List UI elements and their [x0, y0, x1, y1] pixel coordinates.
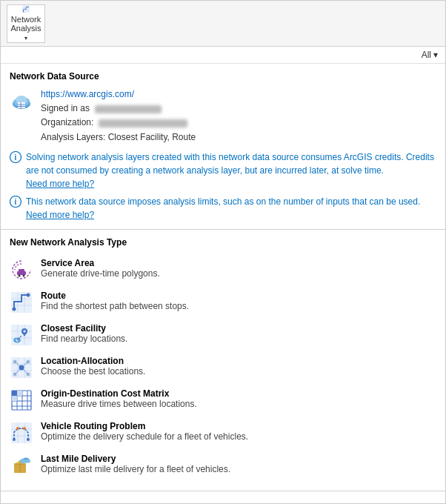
svg-point-74	[23, 427, 26, 430]
arcgis-cloud-icon	[10, 89, 33, 113]
analysis-icon-route	[10, 291, 33, 314]
analysis-icon-service-area	[10, 258, 33, 282]
analysis-desc-closest-facility: Find nearby locations.	[41, 334, 127, 344]
analysis-item-od-matrix[interactable]: Origin-Destination Cost Matrix Measure d…	[10, 384, 436, 417]
analysis-desc-vrp: Optimize the delivery schedule for a fle…	[41, 431, 248, 442]
svg-rect-21	[19, 269, 24, 272]
analysis-desc-last-mile: Optimize last mile delivery for a fleet …	[41, 464, 230, 474]
svg-text:i: i	[15, 153, 17, 162]
svg-point-72	[13, 438, 16, 441]
svg-rect-31	[11, 325, 32, 345]
svg-point-6	[27, 6, 29, 7]
svg-rect-66	[12, 396, 17, 401]
main-content: Network Data Source https://www.arcgis.c…	[1, 64, 445, 491]
analysis-text-service-area: Service Area Generate drive-time polygon…	[41, 258, 160, 279]
svg-point-22	[19, 274, 21, 276]
analysis-item-closest-facility[interactable]: Closest Facility Find nearby locations.	[10, 319, 436, 351]
network-analysis-button[interactable]: Network Analysis ▾	[7, 4, 45, 43]
svg-point-82	[26, 459, 30, 462]
svg-rect-12	[18, 102, 25, 108]
analysis-items-container: Service Area Generate drive-time polygon…	[10, 253, 436, 482]
analysis-title-route: Route	[41, 291, 189, 301]
analysis-icon-location-allocation	[10, 356, 33, 379]
nds-url[interactable]: https://www.arcgis.com/	[41, 89, 134, 99]
info-text-2: This network data source imposes analysi…	[26, 195, 420, 220]
nds-details: https://www.arcgis.com/ Signed in as Org…	[41, 87, 196, 145]
info-box-2: i This network data source imposes analy…	[10, 195, 436, 220]
signed-in-value-blurred	[95, 105, 162, 113]
info-icon-2: i	[10, 196, 21, 208]
analysis-item-vrp[interactable]: Vehicle Routing Problem Optimize the del…	[10, 417, 436, 449]
toolbar-left: Network Analysis ▾	[7, 4, 45, 43]
analysis-title-service-area: Service Area	[41, 258, 160, 268]
analysis-title-location-allocation: Location-Allocation	[41, 356, 145, 366]
toolbar-label: Network Analysis ▾	[11, 15, 41, 42]
filter-all-button[interactable]: All ▾	[422, 50, 438, 60]
analysis-text-last-mile: Last Mile Delivery Optimize last mile de…	[41, 454, 230, 474]
info-box-1: i Solving network analysis layers create…	[10, 150, 436, 189]
analysis-icon-vrp	[10, 421, 33, 445]
svg-point-5	[23, 10, 24, 12]
analysis-desc-route: Find the shortest path between stops.	[41, 301, 189, 311]
svg-text:i: i	[15, 198, 17, 206]
organization-value-blurred	[99, 119, 187, 127]
analysis-text-location-allocation: Location-Allocation Choose the best loca…	[41, 356, 145, 377]
analysis-desc-od-matrix: Measure drive times between locations.	[41, 399, 197, 409]
analysis-title-vrp: Vehicle Routing Problem	[41, 421, 248, 431]
analysis-text-vrp: Vehicle Routing Problem Optimize the del…	[41, 421, 248, 442]
svg-rect-65	[17, 391, 22, 396]
analysis-text-od-matrix: Origin-Destination Cost Matrix Measure d…	[41, 388, 197, 409]
new-analysis-title: New Network Analysis Type	[10, 237, 436, 248]
info2-text: This network data source imposes analysi…	[26, 196, 420, 207]
analysis-item-service-area[interactable]: Service Area Generate drive-time polygon…	[10, 253, 436, 286]
toolbar-dropdown-arrow: ▾	[24, 35, 27, 42]
analysis-item-last-mile[interactable]: Last Mile Delivery Optimize last mile de…	[10, 449, 436, 482]
analysis-title-closest-facility: Closest Facility	[41, 323, 127, 334]
svg-point-75	[27, 438, 30, 441]
analysis-text-route: Route Find the shortest path between sto…	[41, 291, 189, 311]
svg-point-7	[25, 8, 26, 9]
network-data-source-section: Network Data Source https://www.arcgis.c…	[1, 64, 445, 230]
network-analysis-icon	[16, 5, 36, 13]
filter-label: All	[422, 50, 431, 60]
analysis-item-route[interactable]: Route Find the shortest path between sto…	[10, 286, 436, 319]
analysis-title-last-mile: Last Mile Delivery	[41, 454, 230, 464]
svg-point-23	[23, 274, 25, 276]
analysis-text-closest-facility: Closest Facility Find nearby locations.	[41, 323, 127, 344]
nds-row: https://www.arcgis.com/ Signed in as Org…	[10, 87, 436, 145]
analysis-icon-last-mile	[10, 454, 33, 477]
info1-text: Solving network analysis layers created …	[26, 152, 434, 176]
svg-point-29	[13, 307, 16, 311]
svg-point-73	[16, 427, 19, 430]
svg-point-30	[27, 293, 30, 296]
analysis-title-od-matrix: Origin-Destination Cost Matrix	[41, 388, 197, 399]
analysis-layers: Analysis Layers: Closest Facility, Route	[41, 132, 196, 142]
analysis-icon-closest-facility	[10, 323, 33, 347]
filter-arrow: ▾	[433, 50, 438, 60]
info1-link[interactable]: Need more help?	[26, 179, 436, 189]
analysis-desc-service-area: Generate drive-time polygons.	[41, 268, 160, 279]
filter-bar: All ▾	[1, 47, 445, 64]
svg-point-81	[20, 459, 26, 463]
signed-in-label: Signed in as	[41, 103, 90, 113]
info-icon-1: i	[10, 151, 21, 163]
toolbar: Network Analysis ▾	[1, 1, 445, 47]
new-analysis-section: New Network Analysis Type Service Area G…	[1, 230, 445, 491]
organization-label: Organization:	[41, 117, 93, 127]
svg-rect-64	[12, 391, 17, 396]
analysis-desc-location-allocation: Choose the best locations.	[41, 366, 145, 377]
analysis-item-location-allocation[interactable]: Location-Allocation Choose the best loca…	[10, 351, 436, 384]
analysis-icon-od-matrix	[10, 388, 33, 412]
info2-link[interactable]: Need more help?	[26, 210, 420, 220]
nds-section-title: Network Data Source	[10, 71, 436, 82]
info-text-1: Solving network analysis layers created …	[26, 150, 436, 189]
